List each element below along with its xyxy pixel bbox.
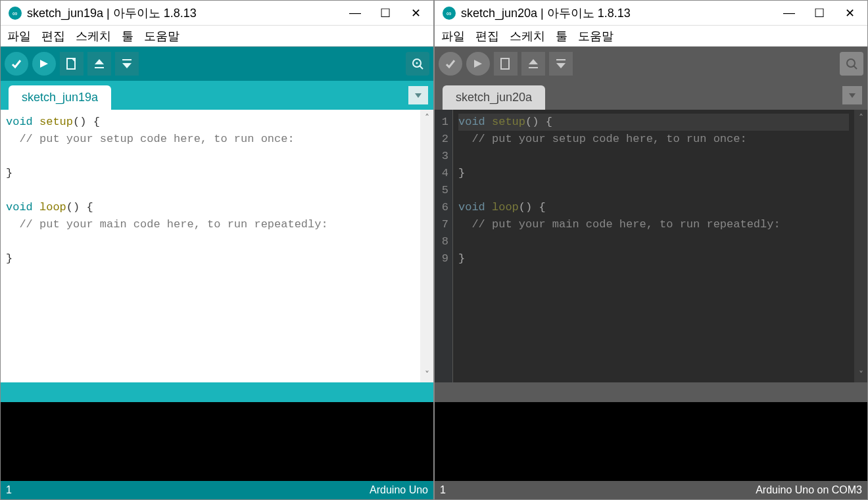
close-button[interactable]: ✕ xyxy=(834,3,865,23)
new-sketch-button[interactable] xyxy=(60,52,84,76)
svg-rect-3 xyxy=(95,67,104,68)
arduino-logo-icon: ∞ xyxy=(9,7,22,20)
arduino-ide-window-light: ∞ sketch_jun19a | 아두이노 1.8.13 — ☐ ✕ 파일 편… xyxy=(0,0,434,500)
scroll-down-icon[interactable]: ˅ xyxy=(859,369,863,380)
menu-sketch[interactable]: 스케치 xyxy=(510,28,545,44)
maximize-button[interactable]: ☐ xyxy=(370,3,400,23)
svg-rect-5 xyxy=(122,59,132,60)
svg-marker-0 xyxy=(40,60,48,68)
serial-monitor-button[interactable] xyxy=(406,52,429,76)
console-header xyxy=(435,382,867,402)
scroll-up-icon[interactable]: ˄ xyxy=(859,112,863,123)
minimize-button[interactable]: — xyxy=(774,3,804,23)
toolbar xyxy=(435,47,867,81)
open-sketch-button[interactable] xyxy=(521,52,545,76)
open-sketch-button[interactable] xyxy=(87,52,111,76)
scroll-up-icon[interactable]: ˄ xyxy=(425,112,429,123)
window-title: sketch_jun20a | 아두이노 1.8.13 xyxy=(461,5,774,21)
tab-menu-dropdown[interactable] xyxy=(842,86,862,104)
menu-help[interactable]: 도움말 xyxy=(578,28,614,44)
menu-tools[interactable]: 툴 xyxy=(122,28,133,44)
save-sketch-button[interactable] xyxy=(549,52,573,76)
svg-line-7 xyxy=(420,66,423,69)
menu-tools[interactable]: 툴 xyxy=(556,28,567,44)
sketch-tab[interactable]: sketch_jun19a xyxy=(9,85,111,110)
console-output[interactable] xyxy=(1,402,433,481)
verify-button[interactable] xyxy=(439,52,462,76)
upload-button[interactable] xyxy=(466,52,490,76)
status-board-info: Arduino Uno on COM3 xyxy=(756,484,862,496)
svg-marker-4 xyxy=(122,63,132,68)
toolbar xyxy=(1,47,433,81)
menubar: 파일 편집 스케치 툴 도움말 xyxy=(1,26,433,47)
svg-marker-12 xyxy=(529,59,538,64)
svg-marker-14 xyxy=(556,63,566,68)
upload-button[interactable] xyxy=(32,52,56,76)
menu-edit[interactable]: 편집 xyxy=(41,28,65,44)
sketch-tab[interactable]: sketch_jun20a xyxy=(443,85,545,110)
scroll-down-icon[interactable]: ˅ xyxy=(425,369,429,380)
status-bar: 1 Arduino Uno on COM3 xyxy=(435,481,867,499)
menu-file[interactable]: 파일 xyxy=(441,28,465,44)
svg-point-8 xyxy=(416,62,418,64)
menu-edit[interactable]: 편집 xyxy=(475,28,499,44)
line-number-gutter: 1 2 3 4 5 6 7 8 9 xyxy=(435,110,453,382)
code-editor[interactable]: void setup() { // put your setup code he… xyxy=(1,110,433,382)
scrollbar[interactable]: ˄ ˅ xyxy=(420,110,433,382)
console-output[interactable] xyxy=(435,402,867,481)
status-line-number: 1 xyxy=(6,484,12,496)
titlebar[interactable]: ∞ sketch_jun20a | 아두이노 1.8.13 — ☐ ✕ xyxy=(435,1,867,26)
save-sketch-button[interactable] xyxy=(115,52,139,76)
close-button[interactable]: ✕ xyxy=(400,3,431,23)
menu-sketch[interactable]: 스케치 xyxy=(76,28,111,44)
status-line-number: 1 xyxy=(440,484,446,496)
maximize-button[interactable]: ☐ xyxy=(804,3,834,23)
svg-line-17 xyxy=(854,66,857,69)
tab-bar: sketch_jun20a xyxy=(435,81,867,110)
svg-rect-13 xyxy=(529,67,538,68)
svg-marker-2 xyxy=(95,59,104,64)
minimize-button[interactable]: — xyxy=(340,3,370,23)
code-editor[interactable]: 1 2 3 4 5 6 7 8 9 void setup() { // put … xyxy=(435,110,867,382)
tab-menu-dropdown[interactable] xyxy=(408,86,428,104)
svg-rect-15 xyxy=(556,59,566,60)
tab-bar: sketch_jun19a xyxy=(1,81,433,110)
svg-rect-11 xyxy=(501,58,509,69)
new-sketch-button[interactable] xyxy=(494,52,518,76)
code-content[interactable]: void setup() { // put your setup code he… xyxy=(453,110,854,382)
verify-button[interactable] xyxy=(5,52,28,76)
arduino-logo-icon: ∞ xyxy=(443,7,456,20)
arduino-ide-window-dark: ∞ sketch_jun20a | 아두이노 1.8.13 — ☐ ✕ 파일 편… xyxy=(434,0,868,500)
svg-marker-9 xyxy=(415,93,422,98)
svg-marker-10 xyxy=(474,60,482,68)
window-title: sketch_jun19a | 아두이노 1.8.13 xyxy=(27,5,340,21)
status-bar: 1 Arduino Uno xyxy=(1,481,433,499)
menu-file[interactable]: 파일 xyxy=(7,28,31,44)
titlebar[interactable]: ∞ sketch_jun19a | 아두이노 1.8.13 — ☐ ✕ xyxy=(1,1,433,26)
code-content[interactable]: void setup() { // put your setup code he… xyxy=(1,110,420,382)
svg-marker-18 xyxy=(849,93,856,98)
console-header xyxy=(1,382,433,402)
scrollbar[interactable]: ˄ ˅ xyxy=(854,110,867,382)
menu-help[interactable]: 도움말 xyxy=(144,28,180,44)
menubar: 파일 편집 스케치 툴 도움말 xyxy=(435,26,867,47)
status-board-info: Arduino Uno xyxy=(370,484,428,496)
serial-monitor-button[interactable] xyxy=(840,52,863,76)
